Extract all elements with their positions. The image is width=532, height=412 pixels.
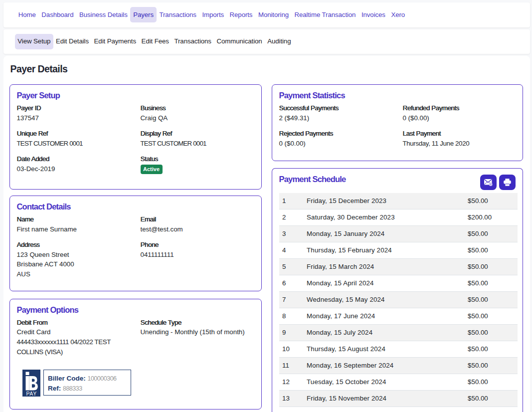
svg-text:PAY: PAY <box>26 391 37 397</box>
